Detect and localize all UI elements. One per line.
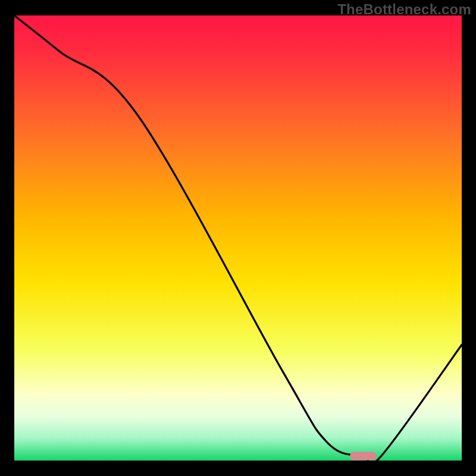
chart-container: TheBottleneck.com bbox=[0, 0, 476, 476]
bottleneck-chart bbox=[0, 0, 476, 476]
optimal-marker bbox=[350, 452, 377, 461]
plot-background bbox=[14, 15, 462, 461]
watermark-text: TheBottleneck.com bbox=[337, 1, 471, 18]
